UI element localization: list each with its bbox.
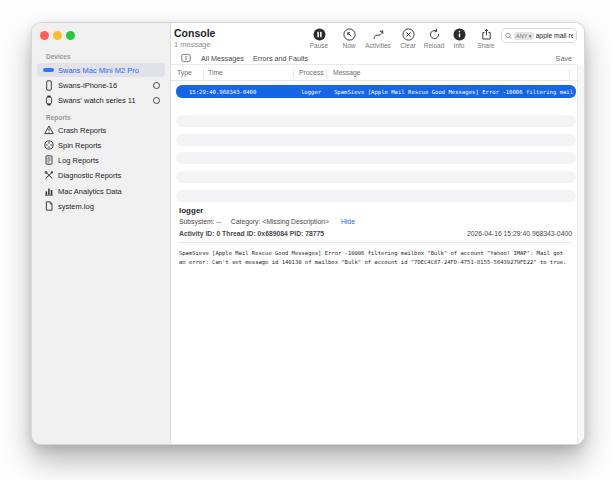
circle-status-icon[interactable] <box>153 97 160 104</box>
empty-row-stripe <box>176 152 576 164</box>
subsystem-value: -- <box>216 218 221 225</box>
column-header-message[interactable]: Message <box>333 69 361 76</box>
table-row[interactable]: 15:29:40.968343-0400 logger SpamSieve [A… <box>176 85 576 98</box>
activities-icon <box>363 28 393 41</box>
console-window: Devices Swans Mac Mini M2 Pro Swans-iPho… <box>31 22 585 445</box>
devices-section-header: Devices <box>46 53 71 60</box>
column-divider <box>203 69 204 78</box>
close-window-button[interactable] <box>40 31 49 40</box>
sidebar-item-mac-mini[interactable]: Swans Mac Mini M2 Pro <box>37 63 165 77</box>
activities-button[interactable]: Activities <box>363 28 393 49</box>
device-label: Swans-iPhone-16 <box>58 81 153 90</box>
main-area: Console 1 message Pause Now Activities <box>171 23 584 444</box>
pid-value: 78775 <box>305 230 324 237</box>
zoom-window-button[interactable] <box>66 31 75 40</box>
cell-process: logger <box>301 89 321 95</box>
report-label: Mac Analytics Data <box>58 187 160 196</box>
sidebar-item-watch[interactable]: Swans' watch series 11 <box>37 93 165 107</box>
hide-link[interactable]: Hide <box>341 218 355 225</box>
empty-row-stripe <box>176 171 576 183</box>
sidebar: Devices Swans Mac Mini M2 Pro Swans-iPho… <box>32 23 171 444</box>
column-header-process[interactable]: Process <box>299 69 324 76</box>
cell-message: SpamSieve [Apple Mail Rescue Good Messag… <box>334 89 574 95</box>
iphone-icon <box>42 80 55 91</box>
detail-message-body: SpamSieve [Apple Mail Rescue Good Messag… <box>179 249 568 267</box>
sidebar-item-iphone[interactable]: Swans-iPhone-16 <box>37 78 165 92</box>
detail-ids-line: Activity ID: 0 Thread ID: 0x689084 PID: … <box>179 230 324 237</box>
now-button[interactable]: Now <box>334 28 364 49</box>
spinner-icon <box>42 140 55 150</box>
sidebar-item-diagnostic-reports[interactable]: Diagnostic Reports <box>37 168 165 182</box>
tab-bar: All Messages Errors and Faults Save <box>171 51 577 65</box>
watch-icon <box>42 95 55 106</box>
report-label: Diagnostic Reports <box>58 171 160 180</box>
device-label: Swans Mac Mini M2 Pro <box>58 66 160 75</box>
detail-timestamp: 2026-04-16 15:29:40.968343-0400 <box>467 230 572 237</box>
activity-id-label: Activity ID: <box>179 230 215 237</box>
detail-process: logger <box>179 206 203 215</box>
column-divider <box>569 69 570 78</box>
sidebar-item-mac-analytics-data[interactable]: Mac Analytics Data <box>37 184 165 198</box>
pause-button[interactable]: Pause <box>304 28 334 49</box>
report-label: Spin Reports <box>58 141 160 150</box>
detail-pane: logger Subsystem: -- Category: <Missing … <box>171 203 577 444</box>
sidebar-item-spin-reports[interactable]: Spin Reports <box>37 138 165 152</box>
pause-icon <box>304 28 334 41</box>
empty-row-stripe <box>176 115 576 127</box>
report-label: Log Reports <box>58 156 160 165</box>
search-field[interactable]: ANY ▾ apple mail res <box>501 28 577 43</box>
vertical-scrollbar[interactable] <box>577 65 584 444</box>
device-label: Swans' watch series 11 <box>58 96 153 105</box>
detail-meta-line: Subsystem: -- Category: <Missing Descrip… <box>179 218 355 225</box>
search-scope-token[interactable]: ANY ▾ <box>514 32 534 40</box>
cell-time: 15:29:40.968343-0400 <box>189 89 256 95</box>
sidebar-item-crash-reports[interactable]: Crash Reports <box>37 123 165 137</box>
sidebar-item-log-reports[interactable]: Log Reports <box>37 153 165 167</box>
bar-chart-icon <box>42 186 55 196</box>
search-input[interactable]: apple mail res <box>536 32 573 39</box>
tab-all-messages[interactable]: All Messages <box>201 54 244 63</box>
report-label: Crash Reports <box>58 126 160 135</box>
tools-icon <box>42 170 55 180</box>
column-divider <box>326 69 327 78</box>
column-divider <box>293 69 294 78</box>
info-icon <box>444 28 474 41</box>
pid-label: PID: <box>290 230 304 237</box>
circle-status-icon[interactable] <box>153 82 160 89</box>
desktop: Devices Swans Mac Mini M2 Pro Swans-iPho… <box>0 0 611 480</box>
share-icon <box>471 28 501 41</box>
subsystem-label: Subsystem: <box>179 218 215 225</box>
column-header-type[interactable]: Type <box>177 69 192 76</box>
share-button[interactable]: Share <box>471 28 501 49</box>
column-view-icon[interactable] <box>181 53 191 63</box>
page-title: Console <box>174 27 215 39</box>
mac-mini-icon <box>42 68 55 73</box>
empty-row-stripe <box>176 190 576 202</box>
detail-divider <box>179 242 572 243</box>
search-icon <box>505 32 512 40</box>
now-icon <box>334 28 364 41</box>
window-controls <box>40 31 75 40</box>
document-icon <box>42 201 55 211</box>
empty-row-stripe <box>176 134 576 146</box>
sidebar-item-system-log[interactable]: system.log <box>37 199 165 213</box>
warning-triangle-icon <box>42 125 55 135</box>
thread-id-value: 0x689084 <box>258 230 288 237</box>
category-label: Category: <box>231 218 260 225</box>
save-button[interactable]: Save <box>556 54 572 63</box>
minimize-window-button[interactable] <box>53 31 62 40</box>
category-value: <Missing Description> <box>262 218 329 225</box>
info-button[interactable]: Info <box>444 28 474 49</box>
log-document-icon <box>42 155 55 165</box>
thread-id-label: Thread ID: <box>222 230 256 237</box>
message-count: 1 message <box>174 40 211 49</box>
table-header: Type Time Process Message <box>171 65 577 81</box>
report-label: system.log <box>58 202 160 211</box>
reports-section-header: Reports <box>46 114 71 121</box>
column-header-time[interactable]: Time <box>208 69 223 76</box>
activity-id-value: 0 <box>216 230 220 237</box>
tab-errors-and-faults[interactable]: Errors and Faults <box>253 54 308 63</box>
